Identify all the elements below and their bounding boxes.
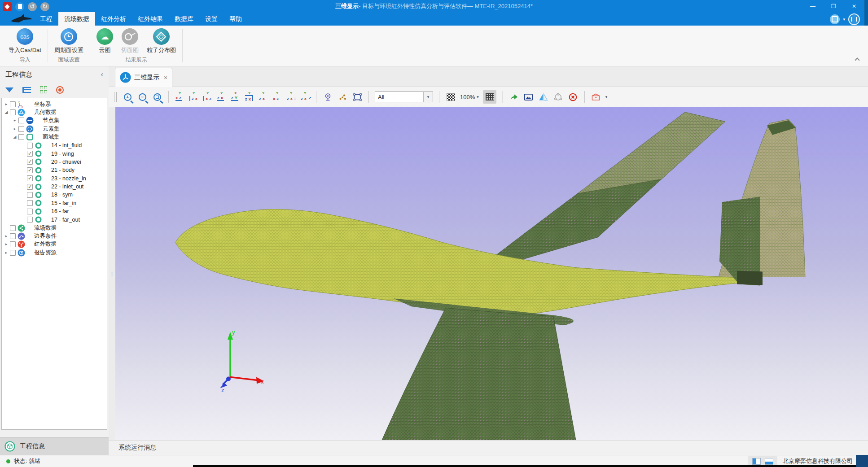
mirror-button[interactable] <box>538 91 549 103</box>
box-select-button[interactable] <box>352 91 363 103</box>
app-menu-button[interactable] <box>3 2 12 11</box>
view-orientation-button-3[interactable]: Yxz <box>202 92 213 102</box>
tree-row-报告资源[interactable]: ▸报告资源 <box>2 249 107 257</box>
checkbox-checked[interactable]: ✓ <box>27 167 33 173</box>
view-orientation-button-2[interactable]: Yzx <box>189 92 199 102</box>
expander-open-icon[interactable]: ◢ <box>12 135 18 139</box>
view-orientation-button-7[interactable]: Yzx <box>258 92 268 102</box>
view-orientation-button-6[interactable]: Yzx <box>244 92 254 102</box>
tree-row-20_-_chuiwei[interactable]: ✓20 - chuiwei <box>2 158 107 166</box>
tree-row-19_-_wing[interactable]: ✓19 - wing <box>2 149 107 157</box>
menu-item-5[interactable]: 数据库 <box>169 12 199 26</box>
ribbon-button-clock[interactable]: 周期面设置 <box>50 28 88 53</box>
view-orientation-button-10[interactable]: Yzx↗ <box>300 92 310 102</box>
view-orientation-button-1[interactable]: Yxz <box>175 92 185 102</box>
expander-closed-icon[interactable]: ▸ <box>4 242 9 246</box>
book-button[interactable] <box>848 13 860 25</box>
3d-viewport[interactable]: y x z <box>115 107 868 440</box>
tree-row-15_-_far_in[interactable]: 15 - far_in <box>2 199 107 207</box>
tree-row-坐标系[interactable]: ▸Yzx坐标系 <box>2 100 107 108</box>
undo-button[interactable]: ↺ <box>28 2 37 11</box>
save-document-button[interactable] <box>15 2 24 11</box>
ribbon-button-cube[interactable]: 粒子分布图 <box>143 28 180 53</box>
outline-list-icon[interactable] <box>22 87 31 93</box>
ribbon-button-cas[interactable]: cas导入Cas/Dat <box>4 28 45 53</box>
menu-item-7[interactable]: 帮助 <box>224 12 248 26</box>
checkbox-unchecked[interactable] <box>27 209 33 214</box>
expander-closed-icon[interactable]: ▸ <box>12 127 18 131</box>
ribbon-collapse-button[interactable] <box>854 56 861 62</box>
resize-corner[interactable] <box>856 455 868 467</box>
panel-bottom-bar[interactable]: 工程信息 <box>0 437 109 455</box>
close-button[interactable]: ✕ <box>844 0 864 12</box>
tree-row-流场数据[interactable]: 流场数据 <box>2 224 107 232</box>
tree-row-节点集[interactable]: ▸节点集 <box>2 117 107 125</box>
particles-display-button[interactable] <box>337 91 348 103</box>
checkbox-unchecked[interactable] <box>10 233 16 239</box>
checkbox-unchecked[interactable] <box>10 241 16 247</box>
window-layout-button[interactable] <box>830 14 840 24</box>
grid-view-icon[interactable] <box>40 86 47 93</box>
view-orientation-button-4[interactable]: Yzx <box>216 92 227 102</box>
checkbox-unchecked[interactable] <box>27 200 33 206</box>
surface-filter-select[interactable]: All ▾ <box>375 92 433 102</box>
tree-row-14_-_int_fluid[interactable]: 14 - int_fluid <box>2 141 107 149</box>
tree-row-几何数据[interactable]: ◢几何数据 <box>2 108 107 116</box>
checkbox-unchecked[interactable] <box>10 109 16 115</box>
chevron-down-icon[interactable]: ▾ <box>605 95 608 99</box>
view-orientation-button-5[interactable]: XzY <box>230 92 241 102</box>
checkbox-checked[interactable]: ✓ <box>27 159 33 165</box>
panel-splitter-handle[interactable] <box>109 107 115 440</box>
expander-closed-icon[interactable]: ▸ <box>4 102 9 106</box>
checkbox-unchecked[interactable] <box>27 192 33 198</box>
expander-closed-icon[interactable]: ▸ <box>12 118 18 122</box>
delete-view-button[interactable] <box>568 91 579 103</box>
package-dropdown-button[interactable] <box>591 91 601 103</box>
tab-close-icon[interactable]: × <box>164 74 167 81</box>
tree-row-元素集[interactable]: ▸元素集 <box>2 125 107 133</box>
checkbox-unchecked[interactable] <box>10 250 16 256</box>
checkbox-unchecked[interactable] <box>27 217 33 223</box>
bottom-panel-toggle-icon[interactable] <box>765 458 773 465</box>
menu-item-1[interactable]: 工程 <box>34 12 58 26</box>
orbit-button[interactable] <box>553 91 564 103</box>
menu-item-3[interactable]: 红外分析 <box>95 12 132 26</box>
transparency-button[interactable] <box>445 91 456 103</box>
restore-button[interactable]: ❐ <box>823 0 844 12</box>
checkbox-checked[interactable]: ✓ <box>27 175 33 181</box>
expander-closed-icon[interactable]: ▸ <box>4 234 9 238</box>
zoom-out-button[interactable]: − <box>137 91 148 103</box>
zoom-in-button[interactable]: + <box>122 91 133 103</box>
expander-open-icon[interactable]: ◢ <box>4 110 9 114</box>
chevron-down-icon[interactable]: ▾ <box>843 17 845 22</box>
snapshot-button[interactable] <box>523 91 534 103</box>
tree-row-23_-_nozzle_in[interactable]: ✓23 - nozzle_in <box>2 175 107 183</box>
menu-item-4[interactable]: 红外结果 <box>132 12 169 26</box>
checkbox-checked[interactable]: ✓ <box>27 184 33 190</box>
checkbox-unchecked[interactable] <box>10 101 16 107</box>
toolbar-drag-handle[interactable] <box>114 92 117 102</box>
checkbox-unchecked[interactable] <box>27 143 33 148</box>
zoom-fit-button[interactable] <box>152 91 162 103</box>
tree-row-21_-_body[interactable]: ✓21 - body <box>2 166 107 174</box>
menu-item-6[interactable]: 设置 <box>199 12 224 26</box>
menu-item-2[interactable]: 流场数据 <box>58 12 95 26</box>
minimize-button[interactable]: — <box>802 0 823 12</box>
target-icon[interactable] <box>56 86 64 94</box>
panel-collapse-button[interactable]: ‹ <box>101 71 103 78</box>
checkbox-checked[interactable]: ✓ <box>27 151 33 157</box>
tree-row-17_-_far_out[interactable]: 17 - far_out <box>2 215 107 223</box>
perspective-camera-button[interactable] <box>322 91 333 103</box>
filter-icon[interactable] <box>5 87 13 92</box>
left-panel-toggle-icon[interactable] <box>752 458 761 465</box>
tab-3d-view[interactable]: 三维显示 × <box>115 68 172 87</box>
export-button[interactable] <box>509 91 519 103</box>
dropdown-arrow-icon[interactable]: ▾ <box>423 92 433 102</box>
tree-row-面域集[interactable]: ◢面域集 <box>2 133 107 141</box>
checkbox-unchecked[interactable] <box>18 126 24 132</box>
mesh-grid-toggle-button[interactable] <box>483 90 496 104</box>
tree-row-边界条件[interactable]: ▸边界条件 <box>2 232 107 240</box>
zoom-level-dropdown[interactable]: 100% ▾ <box>460 94 479 100</box>
ribbon-button-cloud[interactable]: ☁云图 <box>92 28 117 53</box>
view-orientation-button-8[interactable]: Yxz <box>272 92 282 102</box>
